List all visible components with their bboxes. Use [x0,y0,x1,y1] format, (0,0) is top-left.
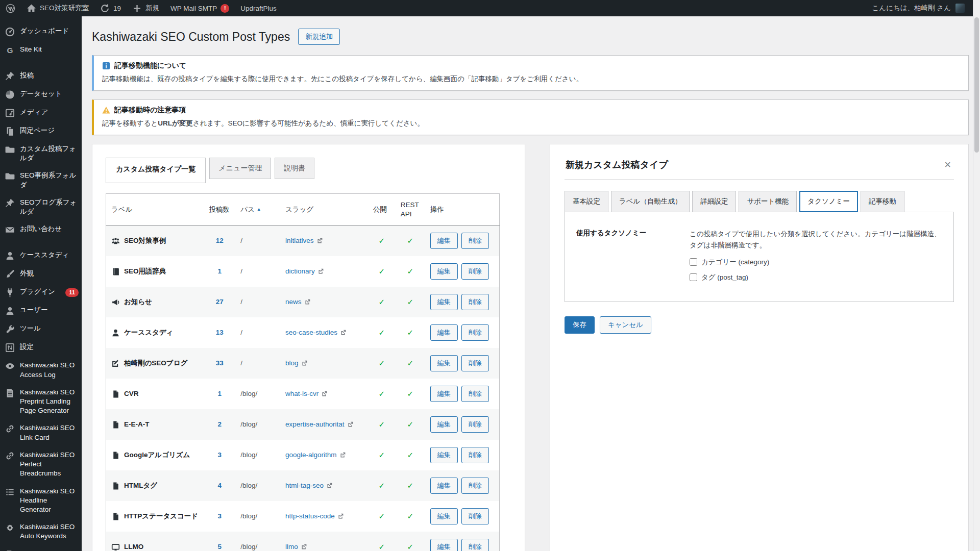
header-path[interactable]: パス▲ [235,194,280,226]
sidebar-item-20[interactable]: Kashiwazaki SEO Headline Generator [0,483,82,519]
delete-button[interactable]: 削除 [461,233,489,249]
panel-tab-0[interactable]: 基本設定 [565,191,608,212]
post-count-link[interactable]: 3 [217,451,222,459]
delete-button[interactable]: 削除 [461,508,489,524]
sidebar-item-11[interactable]: 外観 [0,265,82,283]
post-count-link[interactable]: 12 [216,237,224,244]
save-button[interactable]: 保存 [565,316,595,334]
taxonomy-option[interactable]: カテゴリー (category) [690,257,942,268]
user-greeting[interactable]: こんにちは、柏崎剛 さん [872,4,951,13]
delete-button[interactable]: 削除 [461,386,489,402]
edit-button[interactable]: 編集 [430,478,458,494]
taxonomy-checkbox[interactable] [690,258,697,266]
panel-tab-2[interactable]: 詳細設定 [692,191,736,212]
panel-tab-3[interactable]: サポート機能 [739,191,797,212]
slug-link[interactable]: html-tag-seo [285,482,324,489]
slug-link[interactable]: blog [285,359,299,367]
post-count-link[interactable]: 5 [217,543,222,550]
edit-button[interactable]: 編集 [430,233,458,249]
list-tab-2[interactable]: 説明書 [275,158,314,179]
sidebar-item-22[interactable]: Kashiwazaki SEO XML VitalCheck [0,545,82,551]
panel-tab-4[interactable]: タクソノミー [799,191,858,212]
cancel-button[interactable]: キャンセル [600,316,651,334]
sidebar-item-1[interactable]: GSite Kit [0,41,82,59]
delete-button[interactable]: 削除 [461,355,489,371]
new-content-menu[interactable]: 新規 [127,0,165,16]
sidebar-item-3[interactable]: データセット [0,85,82,104]
post-count-link[interactable]: 1 [217,267,222,275]
header-label[interactable]: ラベル [106,194,204,226]
edit-button[interactable]: 編集 [430,355,458,371]
slug-link[interactable]: llmo [285,543,298,550]
scrollbar-thumb[interactable] [974,17,979,153]
post-count-link[interactable]: 13 [216,329,224,336]
sidebar-item-21[interactable]: Kashiwazaki SEO Auto Keywords [0,518,82,545]
site-name-menu[interactable]: SEO対策研究室 [21,0,94,16]
sidebar-item-6[interactable]: カスタム投稿フォルダ [0,140,82,167]
post-count-link[interactable]: 4 [217,482,222,489]
slug-link[interactable]: initiatives [285,237,314,244]
updraftplus-menu[interactable]: UpdraftPlus [235,0,282,16]
list-tab-1[interactable]: メニュー管理 [209,158,271,179]
sidebar-item-2[interactable]: 投稿 [0,67,82,85]
post-count-link[interactable]: 27 [216,298,224,306]
sidebar-item-5[interactable]: 固定ページ [0,122,82,140]
taxonomy-checkbox[interactable] [690,273,697,281]
edit-button[interactable]: 編集 [430,263,458,280]
sidebar-item-18[interactable]: Kashiwazaki SEO Link Card [0,419,82,446]
avatar[interactable] [955,4,965,13]
delete-button[interactable]: 削除 [461,539,489,551]
slug-link[interactable]: news [285,298,302,306]
add-new-button[interactable]: 新規追加 [298,29,340,45]
edit-button[interactable]: 編集 [430,386,458,402]
sidebar-item-10[interactable]: ケーススタディ [0,246,82,265]
edit-button[interactable]: 編集 [430,294,458,310]
delete-button[interactable]: 削除 [461,324,489,341]
delete-button[interactable]: 削除 [461,263,489,280]
sidebar-item-15[interactable]: 設定 [0,338,82,357]
delete-button[interactable]: 削除 [461,294,489,310]
sidebar-item-7[interactable]: SEO事例系フォルダ [0,167,82,193]
sidebar-item-4[interactable]: メディア [0,104,82,122]
edit-button[interactable]: 編集 [430,508,458,524]
edit-button[interactable]: 編集 [430,539,458,551]
vertical-scrollbar[interactable] [973,0,980,551]
sidebar-item-8[interactable]: SEOブログ系フォルダ [0,194,82,220]
panel-tab-5[interactable]: 記事移動 [861,191,904,212]
header-count[interactable]: 投稿数 [204,194,235,226]
edit-button[interactable]: 編集 [430,416,458,433]
taxonomy-option[interactable]: タグ (post_tag) [690,272,942,283]
slug-link[interactable]: expertise-authoritat [285,420,345,428]
slug-link[interactable]: what-is-cvr [285,390,318,397]
updates-menu[interactable]: 19 [94,0,127,16]
sidebar-item-9[interactable]: お問い合わせ [0,220,82,239]
wordpress-logo-menu[interactable] [0,0,21,16]
header-slug[interactable]: スラッグ [280,194,368,226]
edit-button[interactable]: 編集 [430,447,458,463]
sidebar-item-19[interactable]: Kashiwazaki SEO Perfect Breadcrumbs [0,446,82,483]
edit-button[interactable]: 編集 [430,324,458,341]
panel-tab-1[interactable]: ラベル（自動生成） [611,191,690,212]
sidebar-item-13[interactable]: ユーザー [0,302,82,320]
post-count-link[interactable]: 3 [217,512,222,520]
delete-button[interactable]: 削除 [461,478,489,494]
slug-link[interactable]: http-status-code [285,512,335,520]
slug-link[interactable]: google-algorithm [285,451,337,459]
close-icon[interactable]: × [942,159,953,170]
sidebar-item-0[interactable]: ダッシュボード [0,22,82,41]
header-rest-api[interactable]: REST API [396,194,425,226]
post-count-link[interactable]: 1 [217,390,222,397]
header-public[interactable]: 公開 [368,194,396,226]
slug-link[interactable]: dictionary [285,267,315,275]
list-tab-0[interactable]: カスタム投稿タイプ一覧 [106,158,206,183]
delete-button[interactable]: 削除 [461,416,489,433]
sidebar-item-17[interactable]: Kashiwazaki SEO Preprint Landing Page Ge… [0,384,82,420]
post-count-link[interactable]: 2 [217,420,222,428]
wp-mail-smtp-menu[interactable]: WP Mail SMTP ! [165,0,235,16]
post-count-link[interactable]: 33 [216,359,224,367]
slug-link[interactable]: seo-case-studies [285,329,337,336]
delete-button[interactable]: 削除 [461,447,489,463]
sidebar-item-12[interactable]: プラグイン11 [0,283,82,302]
sidebar-item-14[interactable]: ツール [0,320,82,338]
sidebar-item-16[interactable]: Kashiwazaki SEO Access Log [0,357,82,383]
